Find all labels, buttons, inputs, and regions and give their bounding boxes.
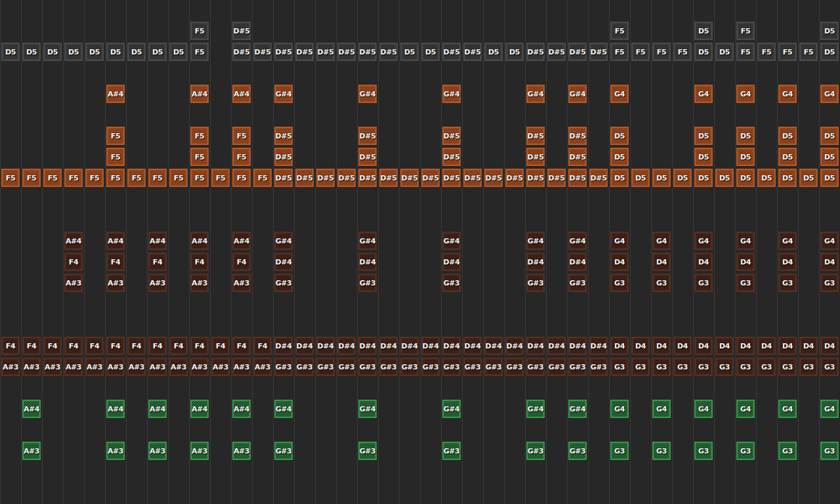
note-block-maroon[interactable]: G#3 <box>526 274 545 292</box>
note-block-maroon[interactable]: G#3 <box>274 358 293 376</box>
note-block-maroon[interactable]: D4 <box>778 337 797 355</box>
note-block-orange[interactable]: G#4 <box>526 85 545 103</box>
note-block-orange[interactable]: F5 <box>1 169 20 187</box>
note-block-gray[interactable]: D#5 <box>526 43 545 61</box>
note-block-maroon[interactable]: G#3 <box>505 358 524 376</box>
note-block-orange[interactable]: F5 <box>190 148 209 166</box>
note-block-orange[interactable]: D5 <box>820 169 839 187</box>
note-block-gray[interactable]: D5 <box>43 43 62 61</box>
note-block-orange[interactable]: D#5 <box>442 148 461 166</box>
note-block-maroon[interactable]: G#3 <box>568 274 587 292</box>
note-block-maroon[interactable]: F4 <box>253 337 272 355</box>
note-block-gray[interactable]: D5 <box>148 43 167 61</box>
note-block-maroon[interactable]: G#3 <box>547 358 566 376</box>
note-block-maroon[interactable]: A#3 <box>106 274 125 292</box>
note-block-orange[interactable]: D5 <box>778 169 797 187</box>
note-block-orange[interactable]: D5 <box>778 127 797 145</box>
note-block-maroon[interactable]: A#3 <box>211 358 230 376</box>
note-block-gray[interactable]: F5 <box>799 43 818 61</box>
note-block-maroon[interactable]: F4 <box>190 253 209 271</box>
note-block-maroon[interactable]: D4 <box>673 337 692 355</box>
note-block-maroon[interactable]: A#3 <box>190 274 209 292</box>
note-block-orange[interactable]: D5 <box>631 169 650 187</box>
note-block-gray[interactable]: D#5 <box>295 43 314 61</box>
note-block-maroon[interactable]: G4 <box>694 232 713 250</box>
note-block-maroon[interactable]: D#4 <box>526 253 545 271</box>
note-block-orange[interactable]: D#5 <box>358 148 377 166</box>
note-block-maroon[interactable]: A#3 <box>169 358 188 376</box>
note-block-maroon[interactable]: A#3 <box>148 358 167 376</box>
note-block-maroon[interactable]: G3 <box>715 358 734 376</box>
note-block-maroon[interactable]: G4 <box>652 232 671 250</box>
note-block-maroon[interactable]: F4 <box>232 337 251 355</box>
note-block-maroon[interactable]: F4 <box>148 337 167 355</box>
note-block-gray[interactable]: D5 <box>421 43 440 61</box>
note-block-gray[interactable]: F5 <box>610 22 629 40</box>
note-block-maroon[interactable]: A#4 <box>148 232 167 250</box>
note-block-maroon[interactable]: D#4 <box>442 253 461 271</box>
note-block-orange[interactable]: D#5 <box>526 169 545 187</box>
note-block-maroon[interactable]: A#3 <box>106 358 125 376</box>
note-block-maroon[interactable]: G3 <box>736 358 755 376</box>
note-block-orange[interactable]: D#5 <box>442 169 461 187</box>
note-block-maroon[interactable]: G3 <box>778 274 797 292</box>
note-block-maroon[interactable]: G#3 <box>337 358 356 376</box>
note-block-maroon[interactable]: G#3 <box>358 358 377 376</box>
note-block-green[interactable]: G3 <box>778 442 797 460</box>
note-block-green[interactable]: G4 <box>736 400 755 418</box>
note-block-maroon[interactable]: D4 <box>715 337 734 355</box>
note-block-orange[interactable]: D#5 <box>526 127 545 145</box>
note-block-maroon[interactable]: A#4 <box>190 232 209 250</box>
note-block-orange[interactable]: G#4 <box>274 85 293 103</box>
note-block-maroon[interactable]: A#3 <box>64 274 83 292</box>
note-block-maroon[interactable]: D#4 <box>337 337 356 355</box>
note-block-orange[interactable]: D5 <box>736 169 755 187</box>
note-block-orange[interactable]: D#5 <box>358 169 377 187</box>
note-block-maroon[interactable]: D4 <box>757 337 776 355</box>
note-block-maroon[interactable]: D4 <box>820 337 839 355</box>
note-block-gray[interactable]: D5 <box>127 43 146 61</box>
note-block-maroon[interactable]: G4 <box>820 232 839 250</box>
note-block-maroon[interactable]: F4 <box>106 337 125 355</box>
note-block-orange[interactable]: F5 <box>106 169 125 187</box>
note-block-gray[interactable]: F5 <box>778 43 797 61</box>
note-block-maroon[interactable]: G3 <box>673 358 692 376</box>
note-block-green[interactable]: A#3 <box>190 442 209 460</box>
note-block-orange[interactable]: D5 <box>820 148 839 166</box>
note-block-maroon[interactable]: D4 <box>799 337 818 355</box>
note-block-orange[interactable]: D#5 <box>316 169 335 187</box>
note-block-orange[interactable]: D5 <box>610 148 629 166</box>
note-block-green[interactable]: G3 <box>694 442 713 460</box>
note-block-green[interactable]: G4 <box>610 400 629 418</box>
note-block-orange[interactable]: D#5 <box>295 169 314 187</box>
note-block-maroon[interactable]: G3 <box>820 358 839 376</box>
note-block-maroon[interactable]: G3 <box>652 274 671 292</box>
note-block-orange[interactable]: D5 <box>736 127 755 145</box>
note-block-maroon[interactable]: A#3 <box>190 358 209 376</box>
note-block-maroon[interactable]: D4 <box>631 337 650 355</box>
note-block-orange[interactable]: D5 <box>799 169 818 187</box>
note-block-orange[interactable]: F5 <box>232 169 251 187</box>
note-block-orange[interactable]: D5 <box>736 148 755 166</box>
note-block-orange[interactable]: F5 <box>148 169 167 187</box>
note-block-maroon[interactable]: F4 <box>211 337 230 355</box>
note-block-gray[interactable]: D5 <box>64 43 83 61</box>
note-block-maroon[interactable]: G#3 <box>421 358 440 376</box>
note-block-gray[interactable]: F5 <box>736 22 755 40</box>
note-block-gray[interactable]: D#5 <box>232 22 251 40</box>
note-block-orange[interactable]: A#4 <box>106 85 125 103</box>
note-block-maroon[interactable]: G3 <box>610 358 629 376</box>
note-block-maroon[interactable]: A#3 <box>232 274 251 292</box>
note-block-maroon[interactable]: F4 <box>43 337 62 355</box>
note-block-orange[interactable]: D#5 <box>547 169 566 187</box>
note-block-orange[interactable]: D5 <box>715 169 734 187</box>
note-block-maroon[interactable]: F4 <box>148 253 167 271</box>
note-block-maroon[interactable]: D4 <box>652 337 671 355</box>
noteblock-grid[interactable]: F5D#5F5D5F5D5D5D5D5D5D5D5D5D5D5F5D#5D#5D… <box>0 0 840 504</box>
note-block-gray[interactable]: D#5 <box>379 43 398 61</box>
note-block-orange[interactable]: G4 <box>820 85 839 103</box>
note-block-orange[interactable]: D#5 <box>463 169 482 187</box>
note-block-gray[interactable]: F5 <box>190 22 209 40</box>
note-block-orange[interactable]: G4 <box>778 85 797 103</box>
note-block-green[interactable]: A#3 <box>148 442 167 460</box>
